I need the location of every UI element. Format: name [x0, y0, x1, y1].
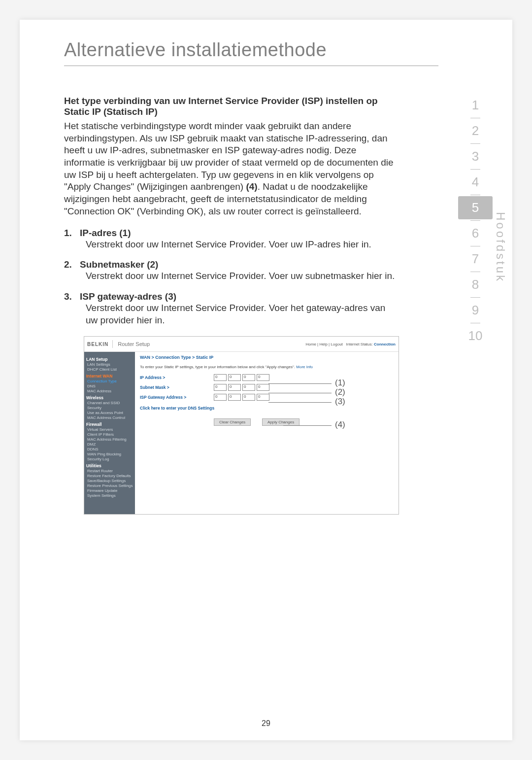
gateway-octet[interactable]: 0	[257, 394, 269, 401]
callout-line-1	[268, 383, 332, 384]
subnet-octet[interactable]: 0	[228, 384, 241, 391]
side-mac[interactable]: MAC Address	[87, 389, 133, 393]
list-text-2: Verstrekt door uw Internet Service Provi…	[86, 270, 399, 282]
instruction: To enter your Static IP settings, type i…	[140, 365, 295, 369]
list-label-2: Subnetmasker (2)	[80, 259, 158, 270]
section-heading: Het type verbinding van uw Internet Serv…	[64, 96, 399, 117]
callout-line-2	[268, 393, 332, 393]
side-vservers[interactable]: Virtual Servers	[87, 427, 133, 432]
side-lan-settings[interactable]: LAN Settings	[87, 362, 133, 367]
side-wan-ping[interactable]: WAN Ping Blocking	[87, 452, 133, 456]
ip-address-row: IP Address > 0 0 0 0	[140, 374, 394, 381]
list-label-3: ISP gateway-adres (3)	[80, 291, 176, 302]
side-ch-ssid[interactable]: Channel and SSID	[87, 401, 133, 405]
callout-line-4	[283, 425, 332, 426]
chapter-3[interactable]: 3	[458, 145, 493, 168]
list-num-1: 1.	[64, 228, 73, 239]
clear-changes-button[interactable]: Clear Changes	[214, 418, 251, 426]
side-cfilters[interactable]: Client IP Filters	[87, 432, 133, 437]
ip-octet[interactable]: 0	[214, 374, 227, 381]
breadcrumb: WAN > Connection Type > Static IP	[140, 355, 394, 360]
ip-octet[interactable]: 0	[257, 374, 269, 381]
side-seclog[interactable]: Security Log	[87, 457, 133, 461]
side-save-backup[interactable]: Save/Backup Settings	[87, 479, 133, 483]
side-utilities[interactable]: Utilities	[86, 463, 133, 468]
dns-settings-link[interactable]: Click here to enter your DNS Settings	[140, 406, 394, 411]
more-info-link[interactable]: More Info	[296, 365, 313, 369]
title-underline	[64, 66, 438, 66]
list-item: 1. IP-adres (1) Verstrekt door uw Intern…	[64, 228, 399, 251]
chapter-9[interactable]: 9	[458, 299, 493, 322]
status-value: Connection	[374, 342, 396, 346]
callout-1: (1)	[335, 378, 345, 388]
chapter-label-vertical: Hoofdstuk	[494, 212, 507, 283]
chapter-1[interactable]: 1	[458, 94, 493, 117]
chapter-8[interactable]: 8	[458, 273, 493, 296]
gateway-octet[interactable]: 0	[242, 394, 255, 401]
brand-logo: BELKIN	[84, 339, 110, 350]
list-item: 2. Subnetmasker (2) Verstrekt door uw In…	[64, 259, 399, 282]
screenshot-header: BELKIN Router Setup Home | Help | Logout…	[84, 337, 399, 352]
side-mac-filter[interactable]: MAC Address Filtering	[87, 437, 133, 442]
router-screenshot: BELKIN Router Setup Home | Help | Logout…	[84, 336, 399, 515]
chapter-10[interactable]: 10	[458, 324, 493, 347]
chapter-2[interactable]: 2	[458, 119, 493, 142]
chapter-rail: 1 2 3 4 5 6 7 8 9 10	[458, 94, 493, 347]
side-restore-prev[interactable]: Restore Previous Settings	[87, 484, 133, 488]
list-text-3: Verstrekt door uw Internet Service Provi…	[86, 302, 399, 326]
ip-octet[interactable]: 0	[242, 374, 255, 381]
side-conn-type[interactable]: Connection Type	[87, 379, 133, 383]
chapter-4[interactable]: 4	[458, 171, 493, 194]
ip-octet[interactable]: 0	[228, 374, 241, 381]
gateway-label: ISP Gateway Address >	[140, 395, 214, 400]
screenshot-sidebar: LAN Setup LAN Settings DHCP Client List …	[84, 352, 135, 514]
ip-address-label: IP Address >	[140, 375, 214, 380]
gateway-octet[interactable]: 0	[228, 394, 241, 401]
side-wireless[interactable]: Wireless	[86, 395, 133, 400]
content-body: Het type verbinding van uw Internet Serv…	[64, 96, 399, 515]
subnet-octet[interactable]: 0	[257, 384, 269, 391]
chapter-5[interactable]: 5	[458, 196, 493, 219]
top-links[interactable]: Home | Help | Logout	[306, 342, 343, 346]
router-setup-label: Router Setup	[115, 341, 150, 347]
side-fw-update[interactable]: Firmware Update	[87, 488, 133, 493]
side-restore-fd[interactable]: Restore Factory Defaults	[87, 474, 133, 478]
screenshot-main: WAN > Connection Type > Static IP To ent…	[135, 352, 399, 514]
callout-2: (2)	[335, 387, 345, 397]
side-lan-setup[interactable]: LAN Setup	[86, 357, 133, 362]
side-firewall[interactable]: Firewall	[86, 422, 133, 427]
chapter-6[interactable]: 6	[458, 222, 493, 245]
body-bold-4: (4)	[246, 181, 257, 192]
side-ddns[interactable]: DDNS	[87, 447, 133, 451]
instruction-text: To enter your Static IP settings, type i…	[140, 365, 394, 369]
subnet-octet[interactable]: 0	[214, 384, 227, 391]
subnet-octet[interactable]: 0	[242, 384, 255, 391]
subnet-row: Subnet Mask > 0 0 0 0	[140, 384, 394, 391]
list-num-2: 2.	[64, 259, 73, 270]
subnet-label: Subnet Mask >	[140, 385, 214, 390]
side-sys-settings[interactable]: System Settings	[87, 493, 133, 498]
callout-4: (4)	[335, 420, 345, 430]
chapter-7[interactable]: 7	[458, 247, 493, 271]
list-num-3: 3.	[64, 291, 73, 302]
status-label: Internet Status:	[346, 342, 373, 346]
gateway-octet[interactable]: 0	[214, 394, 227, 401]
apply-changes-button[interactable]: Apply Changes	[262, 418, 299, 426]
section-body: Het statische verbindingstype wordt mind…	[64, 120, 399, 218]
page-title: Alternatieve installatiemethode	[64, 39, 483, 61]
list-label-1: IP-adres (1)	[80, 228, 131, 239]
side-dmz[interactable]: DMZ	[87, 442, 133, 447]
callout-3: (3)	[335, 397, 345, 407]
side-security[interactable]: Security	[87, 406, 133, 410]
list-item: 3. ISP gateway-adres (3) Verstrekt door …	[64, 291, 399, 326]
side-dhcp[interactable]: DHCP Client List	[87, 367, 133, 372]
numbered-list: 1. IP-adres (1) Verstrekt door uw Intern…	[64, 228, 399, 327]
side-restart[interactable]: Restart Router	[87, 469, 133, 473]
callout-line-3	[268, 402, 332, 403]
side-mac-ctrl[interactable]: MAC Address Control	[87, 415, 133, 420]
screenshot-wrapper: BELKIN Router Setup Home | Help | Logout…	[84, 336, 399, 515]
manual-page: Alternatieve installatiemethode Hoofdstu…	[20, 20, 512, 740]
side-use-ap[interactable]: Use as Access Point	[87, 411, 133, 415]
side-dns[interactable]: DNS	[87, 384, 133, 388]
side-internet-wan[interactable]: Internet WAN	[86, 374, 133, 379]
